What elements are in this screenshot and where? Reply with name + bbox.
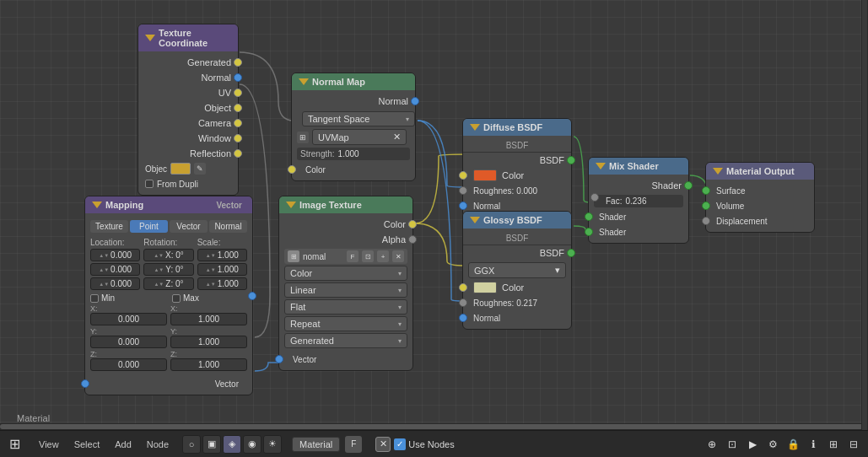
add-menu-item[interactable]: Add (108, 436, 138, 453)
projection-dropdown[interactable]: Flat ▾ (284, 299, 407, 315)
sc-y-field[interactable]: ▲▼1.000 (197, 263, 247, 276)
mix-fac-value[interactable]: 0.236 (625, 196, 646, 206)
mat-displacement-in-socket[interactable] (702, 217, 710, 225)
glossy-bsdf-out-socket[interactable] (567, 249, 575, 257)
lock-icon[interactable]: 🔒 (784, 435, 802, 454)
loc-z-field[interactable]: ▲▼0.000 (90, 277, 140, 290)
mapping-tab-point[interactable]: Point (130, 220, 168, 233)
diffuse-header[interactable]: Diffuse BSDF (463, 119, 571, 136)
mat-volume-in-socket[interactable] (702, 202, 710, 210)
camera-socket[interactable] (234, 119, 242, 127)
img-alpha-socket[interactable] (408, 235, 417, 244)
image-new-btn[interactable]: + (377, 250, 389, 262)
mapping-header[interactable]: Mapping Vector (85, 196, 252, 213)
mix-fac-in-socket[interactable] (590, 193, 599, 202)
image-flag-btn[interactable]: F (347, 250, 359, 262)
glossy-color-in-socket[interactable] (459, 283, 467, 292)
image-tex-header[interactable]: Image Texture (279, 196, 412, 213)
snap-icon[interactable]: ⊕ (703, 435, 721, 454)
min-y-field[interactable]: 0.000 (90, 336, 167, 348)
world-icon[interactable]: ◉ (243, 435, 261, 454)
min-checkbox[interactable] (90, 294, 99, 303)
rot-x-field[interactable]: ▲▼X: 0° (143, 249, 193, 261)
tex-coord-header[interactable]: Texture Coordinate (138, 24, 238, 51)
extension-dropdown[interactable]: Repeat ▾ (284, 316, 407, 331)
max-x-field[interactable]: 1.000 (170, 313, 247, 325)
glossy-header[interactable]: Glossy BSDF (463, 212, 571, 228)
mapping-vector-out-socket[interactable] (81, 379, 89, 388)
color-space-dropdown[interactable]: Color ▾ (284, 266, 407, 281)
glossy-roughness-in-socket[interactable] (459, 298, 467, 307)
rot-z-field[interactable]: ▲▼Z: 0° (143, 277, 193, 290)
right-scrollbar[interactable] (861, 0, 868, 430)
diffuse-normal-in-socket[interactable] (459, 202, 467, 210)
horizontal-scrollbar[interactable] (0, 423, 868, 430)
render-icon[interactable]: ○ (182, 435, 201, 454)
mat-surface-in-socket[interactable] (702, 186, 710, 195)
image-close-btn[interactable]: ✕ (392, 250, 404, 262)
source-dropdown[interactable]: Generated ▾ (284, 333, 407, 348)
object-color-swatch[interactable] (170, 163, 191, 175)
mix-shader-header[interactable]: Mix Shader (589, 158, 688, 175)
glossy-normal-in-socket[interactable] (459, 314, 467, 322)
glossy-color-swatch[interactable] (473, 282, 497, 293)
loc-x-field[interactable]: ▲▼0.000 (90, 249, 140, 261)
use-nodes-checkbox[interactable]: ✓ (394, 438, 406, 450)
normal-map-header[interactable]: Normal Map (292, 73, 415, 90)
render-preview-icon[interactable]: ▶ (743, 435, 762, 454)
diffuse-color-swatch[interactable] (473, 169, 497, 181)
grid-icon[interactable]: ⊞ (824, 435, 843, 454)
right-scrollbar-thumb[interactable] (862, 0, 867, 430)
canvas[interactable]: Texture Coordinate Generated Normal UV O… (0, 0, 868, 430)
loc-y-field[interactable]: ▲▼0.000 (90, 263, 140, 276)
normal-map-space-dropdown[interactable]: Tangent Space ▾ (302, 111, 415, 126)
reflection-socket[interactable] (234, 149, 242, 158)
window-icon[interactable]: ⊟ (844, 435, 863, 454)
material-icon[interactable]: ◈ (223, 435, 241, 454)
glossy-distribution-row[interactable]: GGX ▾ (468, 262, 566, 278)
color-in-socket[interactable] (288, 165, 296, 174)
node-menu-item[interactable]: Node (140, 436, 175, 453)
material-flag-btn[interactable]: F (345, 436, 362, 453)
material-name-field[interactable]: Material (292, 437, 340, 452)
mapping-vector-in-socket[interactable] (248, 292, 256, 300)
lamp-icon[interactable]: ☀ (263, 435, 282, 454)
img-vector-in-socket[interactable] (275, 355, 283, 363)
mix-shader-out-socket[interactable] (684, 181, 693, 190)
settings-icon[interactable]: ⚙ (763, 435, 782, 454)
view3d-icon[interactable]: ⊡ (723, 435, 741, 454)
sc-x-field[interactable]: ▲▼1.000 (197, 249, 247, 261)
object-edit-icon[interactable]: ✎ (194, 163, 206, 175)
image-browse-btn[interactable]: ⊡ (362, 250, 374, 262)
mapping-tab-texture[interactable]: Texture (90, 220, 128, 233)
normal-out-socket[interactable] (411, 97, 419, 105)
diffuse-bsdf-out-socket[interactable] (567, 156, 575, 164)
strength-value[interactable]: 1.000 (338, 149, 359, 159)
object-socket[interactable] (234, 104, 242, 112)
sc-z-field[interactable]: ▲▼1.000 (197, 277, 247, 290)
uvmap-dropdown[interactable]: UVMap ✕ (312, 129, 407, 145)
mapping-tab-vector[interactable]: Vector (170, 220, 208, 233)
mix-shader1-in-socket[interactable] (585, 212, 593, 221)
use-nodes-checkbox-row[interactable]: ✓ Use Nodes (394, 438, 454, 450)
scrollbar-thumb[interactable] (0, 424, 868, 429)
mat-output-header[interactable]: Material Output (706, 163, 814, 180)
info-icon[interactable]: ℹ (804, 435, 822, 454)
min-x-field[interactable]: 0.000 (90, 313, 167, 325)
img-color-socket[interactable] (408, 220, 417, 228)
editor-type-icon[interactable]: ⊞ (5, 435, 24, 454)
select-menu-item[interactable]: Select (67, 436, 107, 453)
max-y-field[interactable]: 1.000 (170, 336, 247, 348)
uv-socket[interactable] (234, 89, 242, 97)
texture-icon[interactable]: ▣ (202, 435, 221, 454)
max-checkbox[interactable] (172, 294, 181, 303)
mix-shader2-in-socket[interactable] (585, 228, 593, 236)
interpolation-dropdown[interactable]: Linear ▾ (284, 282, 407, 298)
diffuse-roughness-in-socket[interactable] (459, 186, 467, 195)
view-menu-item[interactable]: View (32, 436, 66, 453)
window-socket[interactable] (234, 134, 242, 142)
generated-socket[interactable] (234, 58, 242, 67)
max-z-field[interactable]: 1.000 (170, 358, 247, 371)
rot-y-field[interactable]: ▲▼Y: 0° (143, 263, 193, 276)
normal-socket[interactable] (234, 73, 242, 82)
